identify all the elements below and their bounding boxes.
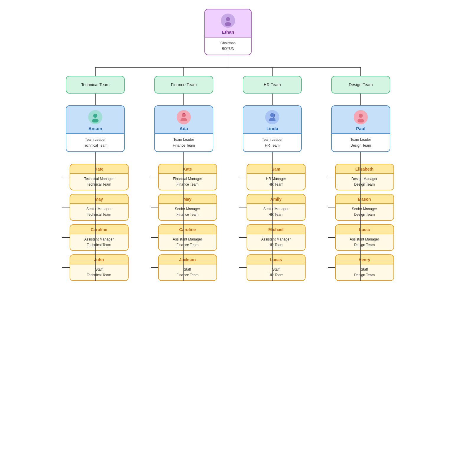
staff-list-2: Sam HR ManagerHR Team Amily Senior Manag… bbox=[239, 164, 306, 285]
staff-card-3-0: Elizabeth Design ManagerDesign Team bbox=[335, 164, 394, 190]
leader-role-2: Team Leader HR Team bbox=[246, 137, 298, 148]
svg-point-1 bbox=[225, 22, 231, 26]
staff-hline-3-2 bbox=[328, 237, 335, 238]
team-to-leader-0 bbox=[95, 94, 96, 105]
leader-name-3: Paul bbox=[335, 126, 387, 131]
leader-name-2: Linda bbox=[246, 126, 298, 131]
staff-hline-2-2 bbox=[239, 237, 247, 238]
staff-vline-1 bbox=[183, 164, 184, 281]
team-to-leader-3 bbox=[360, 94, 361, 105]
leader-role-1: Team Leader Finance Team bbox=[158, 137, 210, 148]
staff-card-0-0: Kate Technical ManagerTechnical Team bbox=[70, 164, 129, 190]
staff-card-3-2: Lucia Assistant ManagerDesign Team bbox=[335, 224, 394, 251]
leader-card-2: Linda Team Leader HR Team bbox=[243, 105, 302, 152]
staff-vline-2 bbox=[272, 164, 273, 281]
staff-hline-1-0 bbox=[151, 177, 158, 177]
staff-card-0-2: Caroline Assistant ManagerTechnical Team bbox=[70, 224, 129, 251]
team-drop-2 bbox=[272, 67, 273, 76]
leader-to-staff-0 bbox=[95, 152, 96, 164]
leader-top-0: Anson bbox=[66, 106, 124, 134]
team-card-0: Technical Team bbox=[66, 76, 125, 94]
staff-card-2-2: Michael Assistant ManagerHR Team bbox=[247, 224, 306, 251]
leader-role-3: Team Leader Design Team bbox=[335, 137, 387, 148]
staff-hline-0-3 bbox=[62, 267, 70, 268]
staff-hline-3-3 bbox=[328, 267, 335, 268]
staff-hline-0-2 bbox=[62, 237, 70, 238]
leader-role-0: Team Leader Technical Team bbox=[69, 137, 121, 148]
leader-avatar-0 bbox=[88, 110, 102, 124]
staff-vline-3 bbox=[360, 164, 361, 281]
staff-vline-0 bbox=[95, 164, 96, 281]
staff-hline-1-1 bbox=[151, 207, 158, 207]
staff-list-3: Elizabeth Design ManagerDesign Team Maso… bbox=[328, 164, 394, 285]
level1-hline bbox=[95, 67, 361, 68]
leader-to-staff-1 bbox=[183, 152, 184, 164]
root-connector-down bbox=[228, 55, 228, 67]
root-node: Ethan Chairman BOYUN bbox=[204, 9, 252, 67]
main-tree: Technical Team Anson Team bbox=[6, 67, 450, 284]
team-col-1: Finance Team Ada Team Leader bbox=[140, 67, 228, 284]
team-col-2: HR Team Linda Team Leader bbox=[228, 67, 316, 284]
svg-point-0 bbox=[226, 17, 230, 21]
leader-to-staff-3 bbox=[360, 152, 361, 164]
staff-hline-2-0 bbox=[239, 177, 247, 177]
leader-bottom-2: Team Leader HR Team bbox=[243, 134, 301, 151]
level1-connector: Technical Team Anson Team bbox=[6, 67, 450, 284]
staff-card-0-3: John StaffTechnical Team bbox=[70, 254, 129, 281]
team-drop-0 bbox=[95, 67, 96, 76]
leader-card-3: Paul Team Leader Design Team bbox=[331, 105, 390, 152]
staff-list-1: Kate Financial ManagerFinance Team May S… bbox=[151, 164, 217, 285]
leader-avatar-3 bbox=[354, 110, 368, 124]
team-to-leader-1 bbox=[183, 94, 184, 105]
root-card-bottom: Chairman BOYUN bbox=[205, 37, 251, 55]
leader-avatar-1 bbox=[177, 110, 191, 124]
root-role: Chairman BOYUN bbox=[208, 40, 248, 52]
leader-bottom-1: Team Leader Finance Team bbox=[155, 134, 213, 151]
svg-point-2 bbox=[93, 114, 97, 118]
staff-hline-2-3 bbox=[239, 267, 247, 268]
leader-name-1: Ada bbox=[158, 126, 210, 131]
team-card-3: Design Team bbox=[331, 76, 390, 94]
staff-hline-1-3 bbox=[151, 267, 158, 268]
staff-card-3-3: Henry StaffDesign Team bbox=[335, 254, 394, 281]
staff-card-2-1: Amily Senior ManagerHR Team bbox=[247, 194, 306, 220]
staff-hline-0-1 bbox=[62, 207, 70, 207]
staff-card-2-3: Lucas StaffHR Team bbox=[247, 254, 306, 281]
staff-list-0: Kate Technical ManagerTechnical Team May… bbox=[62, 164, 129, 285]
leader-top-2: Linda bbox=[243, 106, 301, 134]
team-to-leader-2 bbox=[272, 94, 273, 105]
leader-bottom-3: Team Leader Design Team bbox=[332, 134, 390, 151]
staff-hline-2-1 bbox=[239, 207, 247, 207]
leader-top-1: Ada bbox=[155, 106, 213, 134]
team-col-3: Design Team Paul Team Leader bbox=[316, 67, 405, 284]
leader-name-0: Anson bbox=[69, 126, 121, 131]
leader-to-staff-2 bbox=[272, 152, 273, 164]
svg-point-4 bbox=[182, 113, 186, 117]
root-name: Ethan bbox=[208, 30, 248, 35]
staff-card-2-0: Sam HR ManagerHR Team bbox=[247, 164, 306, 190]
team-drop-3 bbox=[360, 67, 361, 76]
staff-card-0-1: May Senior ManagerTechnical Team bbox=[70, 194, 129, 220]
staff-hline-0-0 bbox=[62, 177, 70, 177]
root-card: Ethan Chairman BOYUN bbox=[204, 9, 252, 55]
staff-card-1-2: Caroline Assistant ManagerFinance Team bbox=[158, 224, 217, 251]
org-chart: Ethan Chairman BOYUN bbox=[6, 9, 450, 284]
svg-point-7 bbox=[357, 119, 364, 122]
leader-card-1: Ada Team Leader Finance Team bbox=[154, 105, 213, 152]
root-avatar bbox=[221, 14, 235, 28]
staff-card-1-1: May Senior ManagerFinance Team bbox=[158, 194, 217, 220]
staff-card-3-1: Mason Senior ManagerDesign Team bbox=[335, 194, 394, 220]
staff-hline-1-2 bbox=[151, 237, 158, 238]
leader-top-3: Paul bbox=[332, 106, 390, 134]
leader-card-0: Anson Team Leader Technical Team bbox=[66, 105, 125, 152]
leader-avatar-2 bbox=[265, 110, 279, 124]
root-card-top: Ethan bbox=[205, 9, 251, 37]
team-card-1: Finance Team bbox=[154, 76, 213, 94]
staff-card-1-3: Jackson StaffFinance Team bbox=[158, 254, 217, 281]
svg-point-3 bbox=[92, 119, 99, 122]
svg-point-6 bbox=[359, 114, 363, 118]
staff-hline-3-1 bbox=[328, 207, 335, 207]
staff-card-1-0: Kate Financial ManagerFinance Team bbox=[158, 164, 217, 190]
leader-bottom-0: Team Leader Technical Team bbox=[66, 134, 124, 151]
team-col-0: Technical Team Anson Team bbox=[51, 67, 140, 284]
